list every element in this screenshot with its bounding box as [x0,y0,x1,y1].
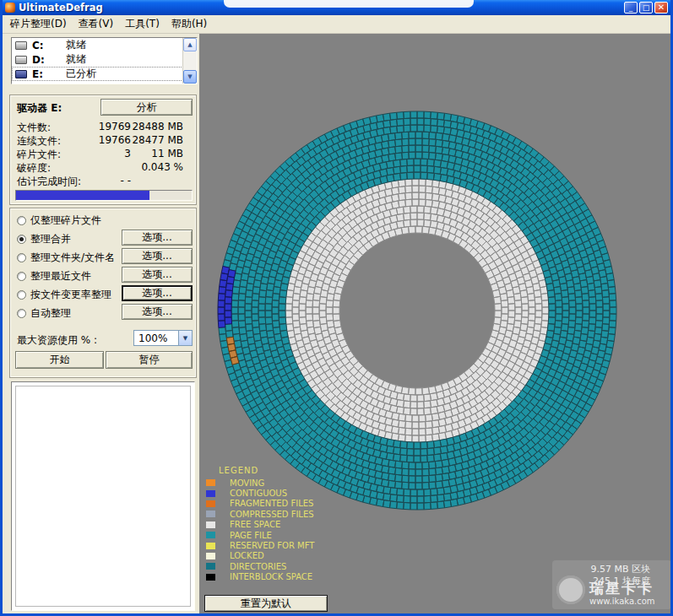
radio-fragmented-only[interactable]: 仅整理碎片文件 [17,213,101,227]
drive-label: 驱动器 E: [17,101,62,116]
start-button[interactable]: 开始 [15,351,104,369]
drive-status: 已分析 [66,67,96,81]
radio-label: 整理最近文件 [30,269,91,284]
maximize-icon: □ [643,4,650,12]
radio-icon[interactable] [17,290,26,300]
radio-icon[interactable] [17,253,26,262]
menu-item-view[interactable]: 查看(V) [73,14,120,34]
analyze-button[interactable]: 分析 [100,99,193,116]
drive-status: 就绪 [66,38,86,52]
reset-default-button[interactable]: 重置为默认 [204,595,328,612]
legend-item-fragmented: FRAGMENTED FILES [206,499,314,509]
watermark-logo-icon [556,575,585,604]
analysis-progress-bar [15,190,193,201]
menu-item-help[interactable]: 帮助(H) [166,14,213,34]
radio-label: 按文件变更率整理 [30,288,111,302]
menu-item-defrag[interactable]: 碎片整理(D) [4,14,73,34]
radio-volatility[interactable]: 按文件变更率整理 [17,288,111,301]
arrow-down-icon: ▼ [183,335,187,342]
legend-swatch-directories [206,563,215,570]
radio-icon[interactable] [17,309,26,318]
blocks-per-degree-text: 245.1 块每度 [590,575,650,587]
menu-item-tools[interactable]: 工具(T) [119,14,166,34]
close-icon: ✕ [658,3,665,12]
options-button-volatility[interactable]: 选项... [122,285,193,301]
legend-label: FREE SPACE [230,520,280,529]
drive-letter: C: [32,40,61,51]
stat-size: 28477 MB [131,134,183,146]
app-window: UltimateDefrag _ □ ✕ 碎片整理(D) 查看(V) 工具(T)… [0,0,673,616]
legend-item-locked: LOCKED [206,551,314,561]
log-listbox[interactable] [11,381,195,611]
legend-swatch-locked [206,553,215,559]
stat-count: 19766 [86,134,131,146]
window-title: UltimateDefrag [19,2,103,14]
drive-letter: D: [32,54,61,66]
drive-row-c[interactable]: C: 就绪 [12,38,197,52]
app-icon [5,3,15,13]
radio-icon[interactable] [17,216,26,225]
stat-row-fragmented: 碎片文件: 3 11 MB [17,148,189,160]
legend-label: FRAGMENTED FILES [230,499,313,508]
maximize-button[interactable]: □ [639,2,653,14]
stat-label: 碎片文件: [17,148,61,162]
radio-icon[interactable] [17,272,26,281]
scroll-up-button[interactable]: ▲ [183,38,197,51]
resource-usage-combo[interactable]: 100% ▼ [133,330,193,346]
radio-consolidate[interactable]: 整理合并 [17,232,71,246]
titlebar: UltimateDefrag _ □ ✕ [3,0,670,15]
stat-count: 3 [86,148,131,159]
stat-count: 19769 [86,121,131,132]
window-controls: _ □ ✕ [624,2,668,14]
drive-status: 就绪 [66,52,86,67]
drive-list[interactable]: C: 就绪 D: 就绪 E: 已分析 ▲ ▼ [11,37,198,84]
options-button-consolidate[interactable]: 选项... [122,230,193,246]
legend-item-interblock: INTERBLOCK SPACE [206,572,314,582]
legend-swatch-page-file [206,532,215,538]
arrow-down-icon: ▼ [187,73,192,80]
legend-label: COMPRESSED FILES [230,510,314,519]
options-button-folder-filename[interactable]: 选项... [122,248,193,264]
watermark-url: www.ikaka.com [589,597,655,606]
stat-label: 文件数: [17,121,51,135]
log-listbox-inner [15,386,191,607]
radio-folder-filename[interactable]: 整理文件夹/文件名 [17,251,115,264]
legend-label: MOVING [230,478,264,488]
legend-swatch-interblock [206,574,215,581]
drive-row-e[interactable]: E: 已分析 [12,67,197,81]
minimize-button[interactable]: _ [624,2,638,14]
legend-item-contiguous: CONTIGUOUS [206,488,314,498]
radio-label: 仅整理碎片文件 [30,213,101,228]
stat-size: 28488 MB [131,121,183,132]
scroll-down-button[interactable]: ▼ [183,70,197,84]
close-button[interactable]: ✕ [654,2,668,14]
stat-size: 0.043 % [131,161,183,173]
radio-label: 自动整理 [30,306,71,321]
minimize-icon: _ [629,4,633,12]
legend-swatch-contiguous [206,490,215,497]
options-button-auto[interactable]: 选项... [122,304,193,320]
legend-item-page-file: PAGE FILE [206,530,314,540]
block-size-text: 9.57 MB 区块 [590,564,650,575]
legend-item-directories: DIRECTORIES [206,561,314,571]
legend-swatch-compressed [206,511,215,517]
pause-button[interactable]: 暂停 [106,351,193,369]
legend-swatch-free-space [206,521,215,528]
control-panel: C: 就绪 D: 就绪 E: 已分析 ▲ ▼ [3,34,199,613]
stat-label: 估计完成时间: [17,175,81,189]
dropdown-arrow-icon[interactable]: ▼ [178,331,192,345]
drive-icon [15,70,27,78]
options-button-recency[interactable]: 选项... [122,267,193,283]
titlebar-overlay [224,0,474,8]
radio-auto[interactable]: 自动整理 [17,306,71,320]
drive-list-scrollbar[interactable]: ▲ ▼ [182,38,197,84]
legend-label: INTERBLOCK SPACE [230,572,312,581]
legend-item-moving: MOVING [206,478,314,488]
drive-icon [15,56,27,64]
radio-recency[interactable]: 整理最近文件 [17,269,91,283]
drive-row-d[interactable]: D: 就绪 [12,52,197,67]
legend-label: DIRECTORIES [230,562,286,571]
radio-icon-selected[interactable] [17,235,26,244]
radio-label: 整理文件夹/文件名 [30,251,115,265]
stat-label: 连续文件: [17,134,61,149]
